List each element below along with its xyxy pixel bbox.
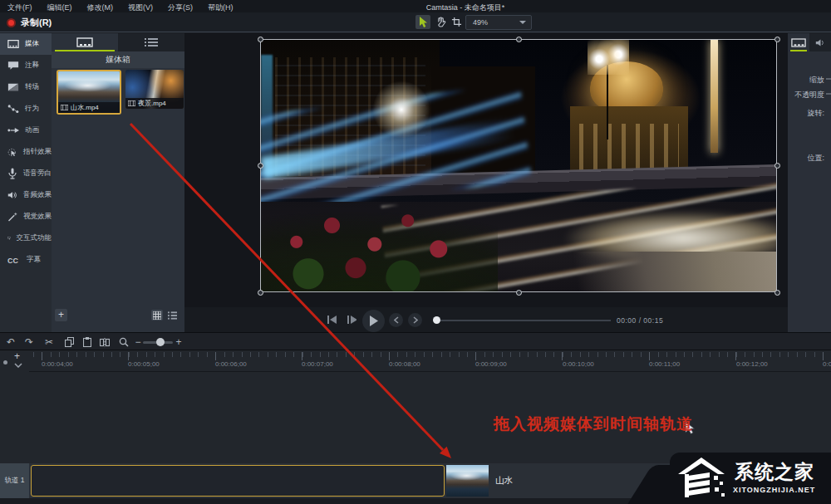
magnifier-icon bbox=[119, 337, 129, 347]
record-dot-icon bbox=[7, 18, 16, 27]
step-forward-button[interactable] bbox=[345, 313, 358, 325]
canvas-zoom-select[interactable]: 49% bbox=[465, 15, 532, 30]
canvas-zoom-value: 49% bbox=[473, 18, 488, 27]
callout-bubble-icon bbox=[7, 61, 19, 71]
copy-button[interactable] bbox=[61, 335, 76, 350]
scale-slider[interactable] bbox=[826, 78, 831, 80]
photo-sidewalk bbox=[509, 252, 777, 291]
add-media-button[interactable]: + bbox=[55, 309, 67, 321]
clip-thumbnail[interactable] bbox=[446, 465, 489, 497]
timeline-zoom-slider-knob[interactable] bbox=[156, 338, 165, 346]
ruler-label: 0:00:08;00 bbox=[389, 360, 420, 368]
menu-edit[interactable]: 编辑(E) bbox=[40, 0, 80, 13]
watermark-title: 系统之家 bbox=[735, 459, 814, 485]
magic-wand-icon bbox=[7, 212, 17, 223]
filmstrip-tab-icon bbox=[791, 38, 806, 47]
jump-to-start-button[interactable] bbox=[325, 313, 338, 325]
resize-handle-bottom-left[interactable] bbox=[258, 290, 263, 296]
ruler-label: 0:00:11;00 bbox=[649, 360, 680, 368]
sidebar-item-voice-narration[interactable]: 语音旁白 bbox=[0, 163, 52, 184]
media-item-yejing[interactable]: 夜景.mp4 bbox=[125, 70, 184, 109]
sidebar-item-cursor-effects[interactable]: 指针效果 bbox=[0, 141, 52, 163]
media-panel-tabs bbox=[52, 33, 184, 51]
cursor-tool-button[interactable] bbox=[416, 15, 430, 29]
resize-handle-middle-left[interactable] bbox=[258, 163, 263, 169]
sidebar-label-animations: 动画 bbox=[25, 125, 39, 135]
resize-handle-top-middle[interactable] bbox=[516, 37, 522, 42]
zoom-in-button[interactable]: + bbox=[171, 335, 186, 350]
add-track-button[interactable]: + bbox=[14, 350, 20, 362]
clip-thumbnail-image bbox=[446, 465, 489, 497]
resize-handle-bottom-middle[interactable] bbox=[516, 290, 522, 296]
undo-button[interactable]: ↶ bbox=[3, 335, 18, 350]
previous-frame-button[interactable] bbox=[389, 313, 403, 327]
media-item-label: 山水.mp4 bbox=[58, 102, 120, 113]
step-forward-icon bbox=[347, 316, 356, 324]
sidebar-label-captions: 字幕 bbox=[27, 255, 41, 265]
play-button[interactable] bbox=[362, 310, 385, 332]
crop-icon bbox=[451, 17, 462, 27]
menu-modify[interactable]: 修改(M) bbox=[80, 0, 121, 13]
track-options-chevron-icon[interactable] bbox=[14, 363, 22, 368]
tab-visual-properties[interactable] bbox=[788, 33, 809, 51]
opacity-slider[interactable] bbox=[826, 93, 831, 95]
sidebar-item-annotations[interactable]: 注释 bbox=[0, 55, 52, 76]
properties-tabs bbox=[788, 33, 831, 51]
filmstrip-tab-icon bbox=[76, 37, 93, 47]
pan-tool-button[interactable] bbox=[433, 15, 448, 29]
next-frame-button[interactable] bbox=[408, 313, 422, 327]
resize-handle-top-left[interactable] bbox=[258, 37, 263, 42]
record-button[interactable]: 录制(R) bbox=[7, 15, 52, 30]
sidebar-item-animations[interactable]: 动画 bbox=[0, 120, 52, 141]
sidebar-item-captions[interactable]: CC 字幕 bbox=[0, 249, 52, 271]
playback-bar: 00:00 / 00:15 bbox=[184, 307, 788, 332]
scale-label: 缩放 bbox=[809, 75, 824, 86]
resize-handle-bottom-right[interactable] bbox=[774, 290, 780, 296]
sidebar-label-behaviors: 行为 bbox=[25, 104, 39, 114]
sidebar-item-behaviors[interactable]: 行为 bbox=[0, 98, 52, 120]
sidebar-item-interactivity[interactable]: 交互式功能 bbox=[0, 228, 52, 249]
ruler-label: 0:00:05;00 bbox=[128, 360, 160, 368]
sidebar-item-audio-effects[interactable]: 音频效果 bbox=[0, 184, 52, 206]
menu-help[interactable]: 帮助(H) bbox=[200, 0, 241, 13]
paste-button[interactable] bbox=[80, 335, 95, 350]
timeline-ruler[interactable]: 0:00:04;00 0:00:05;00 0:00:06;00 0:00:07… bbox=[29, 350, 831, 372]
redo-button[interactable]: ↷ bbox=[22, 335, 37, 350]
menu-view[interactable]: 视图(V) bbox=[120, 0, 160, 13]
playback-scrubber-knob[interactable] bbox=[433, 316, 440, 324]
cut-button[interactable]: ✂ bbox=[42, 335, 57, 350]
sidebar-label-voice-narration: 语音旁白 bbox=[23, 169, 52, 179]
timeline-zoom-search-icon[interactable] bbox=[116, 335, 131, 350]
properties-panel: 缩放 不透明度 旋转: 位置: bbox=[788, 33, 831, 332]
canvas-video-frame[interactable] bbox=[260, 39, 777, 292]
track-header[interactable]: 轨道 1 bbox=[0, 463, 29, 498]
menu-share[interactable]: 分享(S) bbox=[160, 0, 200, 13]
clip-selection-placeholder[interactable] bbox=[31, 465, 445, 497]
list-view-button[interactable] bbox=[166, 310, 178, 321]
sidebar-item-visual-effects[interactable]: 视觉效果 bbox=[0, 206, 52, 228]
list-view-icon bbox=[168, 311, 177, 320]
video-file-icon bbox=[128, 100, 135, 106]
tab-audio-properties[interactable] bbox=[809, 33, 831, 51]
media-item-name: 山水.mp4 bbox=[71, 103, 99, 112]
menu-file[interactable]: 文件(F) bbox=[0, 0, 40, 13]
sidebar-item-media[interactable]: 媒体 bbox=[0, 33, 52, 55]
sidebar-label-audio-effects: 音频效果 bbox=[23, 190, 52, 200]
grid-view-button[interactable] bbox=[151, 310, 163, 321]
resize-handle-top-right[interactable] bbox=[774, 37, 780, 42]
split-icon bbox=[100, 338, 110, 347]
split-button[interactable] bbox=[97, 335, 112, 350]
track-name: 轨道 1 bbox=[4, 476, 24, 486]
sidebar-item-transitions[interactable]: 转场 bbox=[0, 76, 52, 98]
photo-minaret bbox=[711, 40, 718, 153]
tab-media-details-list[interactable] bbox=[118, 33, 184, 51]
playback-scrubber-track[interactable] bbox=[436, 320, 611, 321]
watermark-subtitle: XITONGZHIJIA.NET bbox=[733, 486, 815, 494]
cursor-effects-icon bbox=[7, 147, 17, 158]
crop-tool-button[interactable] bbox=[449, 15, 464, 29]
hand-icon bbox=[435, 17, 446, 27]
tab-media-thumbnails[interactable] bbox=[52, 33, 118, 51]
ruler-label: 0:00:06;00 bbox=[215, 360, 247, 368]
resize-handle-middle-right[interactable] bbox=[774, 163, 780, 169]
media-item-shanshui[interactable]: 山水.mp4 bbox=[57, 70, 121, 115]
